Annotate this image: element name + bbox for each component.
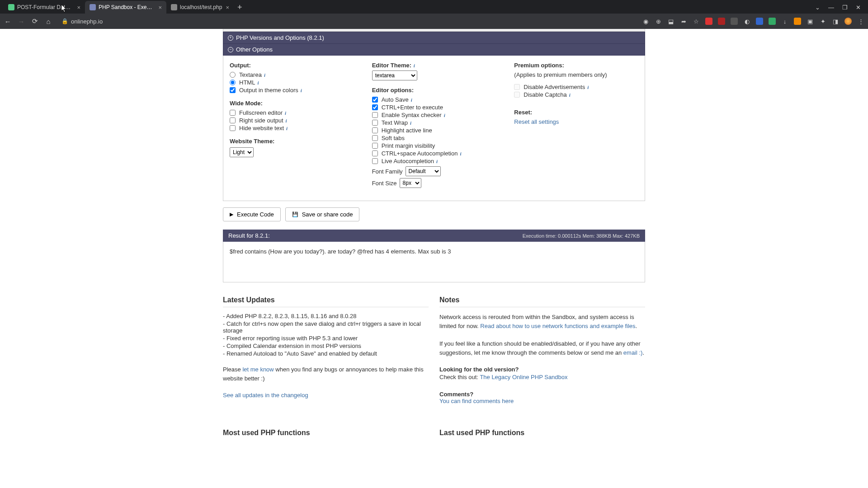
close-icon[interactable]: × (77, 4, 80, 11)
disable-captcha-checkbox[interactable] (514, 92, 520, 98)
output-theme-colors-checkbox[interactable] (230, 87, 236, 93)
info-icon[interactable]: i (286, 126, 288, 131)
save-share-button[interactable]: 💾 Save or share code (285, 207, 360, 221)
close-icon[interactable]: × (158, 4, 162, 11)
premium-column: Premium options: (Applies to premium mem… (514, 62, 638, 194)
changelog-link[interactable]: See all updates in the changelog (223, 392, 308, 399)
info-icon[interactable]: i (301, 88, 302, 93)
highlight-line-checkbox[interactable] (372, 127, 378, 133)
option-label: Soft tabs (382, 135, 405, 141)
extension-icon[interactable] (731, 18, 738, 25)
reload-button[interactable]: ⟳ (31, 17, 39, 25)
info-icon[interactable]: i (587, 84, 589, 90)
let-me-know-link[interactable]: let me know (242, 366, 274, 373)
auto-save-checkbox[interactable] (372, 97, 378, 103)
editor-theme-select[interactable]: textarea (372, 70, 417, 80)
new-tab-button[interactable]: + (234, 1, 246, 14)
other-options-panel-header[interactable]: − Other Options (223, 44, 645, 56)
network-functions-link[interactable]: Read about how to use network functions … (480, 323, 635, 329)
sidepanel-icon[interactable]: ◨ (832, 18, 839, 25)
profile-avatar[interactable] (844, 18, 852, 25)
close-window-icon[interactable]: ✕ (856, 4, 861, 11)
menu-icon[interactable]: ⋮ (857, 18, 864, 25)
install-icon[interactable]: ⬓ (667, 18, 675, 25)
tab-title: POST-Formular Daten verarbeiten (17, 4, 73, 10)
notes-heading: Notes (439, 296, 645, 307)
info-icon[interactable]: i (444, 113, 445, 118)
panel-title: Other Options (236, 46, 273, 53)
live-auto-checkbox[interactable] (372, 158, 378, 164)
close-icon[interactable]: × (226, 4, 229, 11)
editor-options-heading: Editor options: (372, 87, 496, 94)
option-label: Text Wrap (382, 119, 408, 126)
website-theme-select[interactable]: Light (230, 147, 254, 157)
forward-button[interactable]: → (17, 18, 25, 25)
output-html-radio[interactable] (230, 80, 236, 85)
output-textarea-radio[interactable] (230, 72, 236, 78)
info-icon[interactable]: i (569, 92, 571, 98)
maximize-icon[interactable]: ❐ (842, 4, 848, 11)
comments-link[interactable]: You can find comments here (439, 398, 514, 404)
updates-heading: Latest Updates (223, 296, 429, 307)
execute-code-button[interactable]: ▶ Execute Code (223, 207, 281, 221)
print-margin-checkbox[interactable] (372, 143, 378, 149)
info-icon[interactable]: i (286, 118, 287, 123)
info-icon[interactable]: i (436, 159, 438, 164)
fullscreen-editor-checkbox[interactable] (230, 110, 236, 116)
email-link[interactable]: email :) (623, 349, 643, 356)
minimize-icon[interactable]: — (828, 4, 834, 11)
send-icon[interactable]: ➦ (680, 18, 687, 25)
translate-icon[interactable]: ⊕ (655, 18, 662, 25)
font-family-select[interactable]: Default (406, 166, 441, 176)
back-button[interactable]: ← (4, 18, 12, 25)
bookmark-icon[interactable]: ☆ (693, 18, 700, 25)
tab-0[interactable]: POST-Formular Daten verarbeiten × (4, 1, 85, 14)
tab-2[interactable]: localhost/test.php × (166, 1, 234, 14)
info-icon[interactable]: i (257, 80, 259, 85)
info-icon[interactable]: i (411, 97, 412, 103)
text-wrap-checkbox[interactable] (372, 120, 378, 126)
tab-1[interactable]: PHP Sandbox - Execute PHP code × (85, 1, 166, 14)
reset-all-link[interactable]: Reset all settings (514, 118, 559, 125)
disable-ads-checkbox[interactable] (514, 84, 520, 90)
text: . (642, 349, 644, 356)
lower-section: Latest Updates - Added PHP 8.2.2, 8.2.3,… (223, 296, 645, 404)
option-label: Disable Captcha (524, 91, 566, 98)
chevron-down-icon[interactable]: ⌄ (815, 4, 820, 11)
camera-icon[interactable]: ▣ (807, 18, 814, 25)
extension-icon[interactable]: ◐ (743, 18, 750, 25)
ctrl-enter-checkbox[interactable] (372, 104, 378, 110)
syntax-checker-checkbox[interactable] (372, 112, 378, 118)
legacy-sandbox-link[interactable]: The Legacy Online PHP Sandbox (480, 374, 567, 380)
extension-icon[interactable] (756, 18, 763, 25)
result-text: $fred contains (How are you today?). are… (230, 248, 451, 255)
option-label: Highlight active line (382, 127, 432, 134)
extension-icon[interactable]: ↓ (781, 18, 788, 25)
option-label: CTRL+space Autocompletion (382, 150, 458, 157)
info-icon[interactable]: i (414, 63, 415, 68)
address-bar[interactable]: 🔒 onlinephp.io (61, 18, 103, 25)
url-text: onlinephp.io (71, 18, 103, 25)
ctrl-space-auto-checkbox[interactable] (372, 150, 378, 156)
right-side-output-checkbox[interactable] (230, 117, 236, 123)
option-label: Fullscreen editor (239, 109, 283, 116)
editor-column: Editor Theme: i textarea Editor options:… (372, 62, 496, 194)
extension-icon[interactable] (718, 18, 725, 25)
play-icon: ▶ (230, 211, 233, 217)
info-icon[interactable]: i (264, 72, 265, 78)
info-icon[interactable]: i (460, 151, 461, 156)
info-icon[interactable]: i (410, 120, 411, 126)
info-icon[interactable]: i (285, 110, 286, 116)
extension-icon[interactable] (705, 18, 712, 25)
font-size-label: Font Size (372, 180, 397, 187)
hide-website-text-checkbox[interactable] (230, 125, 236, 131)
extensions-menu-icon[interactable]: ✦ (819, 18, 826, 25)
home-button[interactable]: ⌂ (44, 18, 52, 25)
php-versions-panel-header[interactable]: + PHP Versions and Options (8.2.1) (223, 32, 645, 44)
extension-icon[interactable] (794, 18, 801, 25)
font-size-select[interactable]: 8px (400, 178, 421, 188)
update-item: - Renamed Autoload to "Auto Save" and en… (223, 350, 429, 357)
extension-icon[interactable] (769, 18, 776, 25)
soft-tabs-checkbox[interactable] (372, 135, 378, 141)
share-icon[interactable]: ◉ (642, 18, 649, 25)
